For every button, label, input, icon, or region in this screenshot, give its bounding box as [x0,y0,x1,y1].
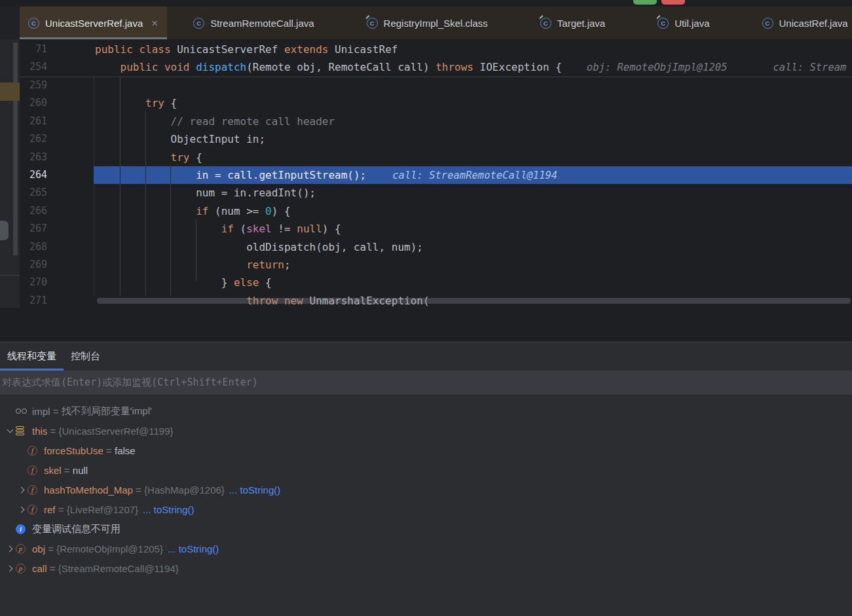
code-text: // read remote call header [95,113,335,130]
equals-sign: = [47,563,58,574]
rail-scroll-thumb[interactable] [0,221,9,240]
evaluate-expression-placeholder: 对表达式求值(Enter)或添加监视(Ctrl+Shift+Enter) [2,376,258,389]
close-icon[interactable]: × [151,18,158,29]
class-icon: C [28,18,39,29]
debugger-tab-label: 线程和变量 [7,350,56,363]
debugger-panel: 线程和变量控制台 对表达式求值(Enter)或添加监视(Ctrl+Shift+E… [0,342,852,616]
code-line[interactable]: 266 if (num >= 0) { [20,202,852,220]
line-number[interactable]: 261 [24,113,47,130]
line-number[interactable]: 260 [24,94,47,112]
tostring-link[interactable]: ... toString() [168,543,219,554]
variable-icon-slot: f [28,444,42,456]
readonly-badge-icon [656,14,660,18]
code-token: throws [435,61,473,73]
editor-tab[interactable]: CUtil.java [631,7,735,39]
equals-sign: = [56,504,67,515]
line-number[interactable]: 259 [24,77,47,94]
rail-highlight-marker [0,82,20,101]
variable-row[interactable]: impl = 找不到局部变量'impl' [0,401,852,421]
variable-value: {HashMap@1206} [144,484,225,496]
debugger-tab[interactable]: 控制台 [64,342,107,371]
line-number[interactable]: 254 [24,58,47,76]
variable-name: call [32,563,47,574]
code-line[interactable]: 263 try { [20,149,852,166]
editor-tab[interactable]: CUnicastRef.java [736,7,852,39]
code-token: (num >= [208,205,265,217]
editor-tab-label: UnicastServerRef.java [45,18,143,29]
line-number[interactable]: 262 [24,130,47,148]
debugger-tab-label: 控制台 [71,350,100,363]
code-line[interactable]: 270 } else { [20,274,852,291]
equals-sign: = [47,426,58,437]
code-line[interactable]: 264 in = call.getInputStream();call: Str… [20,166,852,184]
code-line[interactable]: 265 num = in.readInt(); [20,184,852,202]
rail-scrollbar[interactable] [13,43,18,255]
code-editor[interactable]: 71public class UnicastServerRef extends … [20,39,852,308]
expand-toggle[interactable] [4,562,16,574]
code-line[interactable]: 269 return; [20,256,852,274]
expand-toggle[interactable] [4,543,16,554]
variable-icon-slot: p [16,562,30,574]
variable-row[interactable]: i变量调试信息不可用 [0,519,852,539]
editor-tab[interactable]: CStreamRemoteCall.java [167,7,340,39]
variable-icon-slot: i [16,523,30,535]
code-token: UnicastRef [328,43,398,56]
line-number[interactable]: 270 [24,274,47,291]
code-line[interactable]: 259 [20,77,852,94]
variable-name: impl [32,406,50,417]
chevron-right-icon [18,486,24,493]
debugger-tab[interactable]: 线程和变量 [0,342,64,371]
code-line[interactable]: 267 if (skel != null) { [20,220,852,238]
line-number[interactable]: 264 [24,166,47,184]
parameter-icon: p [16,564,26,573]
chevron-right-icon [6,545,12,552]
variable-value: {RemoteObjImpl@1205} [56,543,163,554]
line-number[interactable]: 266 [24,202,47,220]
run-button[interactable] [633,0,657,5]
line-number[interactable]: 269 [24,256,47,274]
variables-tree: impl = 找不到局部变量'impl'this = {UnicastServe… [0,395,852,578]
variable-row[interactable]: pobj = {RemoteObjImpl@1205}... toString(… [0,539,852,558]
code-line[interactable]: 254 public void dispatch(Remote obj, Rem… [20,58,852,76]
chevron-down-icon [7,427,13,433]
code-token: return [95,259,284,271]
indent-guide [145,111,146,296]
code-line[interactable]: 261 // read remote call header [20,113,852,130]
expand-toggle[interactable] [16,484,28,496]
variable-row[interactable]: this = {UnicastServerRef@1199} [0,421,852,441]
variable-row[interactable]: fskel = null [0,460,852,480]
code-line[interactable]: 268 oldDispatch(obj, call, num); [20,238,852,256]
line-number[interactable]: 265 [24,184,47,202]
tostring-link[interactable]: ... toString() [229,484,280,496]
editor-tab[interactable]: CUnicastServerRef.java× [20,7,167,39]
variable-row[interactable]: fhashToMethod_Map = {HashMap@1206}... to… [0,480,852,499]
evaluate-expression-input[interactable]: 对表达式求值(Enter)或添加监视(Ctrl+Shift+Enter) [0,371,852,395]
variable-row[interactable]: fref = {LiveRef@1207}... toString() [0,499,852,519]
variable-row[interactable]: pcall = {StreamRemoteCall@1194} [0,558,852,578]
editor-tab[interactable]: CRegistryImpl_Skel.class [341,7,514,39]
stop-button[interactable] [661,0,685,5]
expand-toggle[interactable] [16,503,28,515]
horizontal-scrollbar[interactable] [97,298,851,304]
code-token: ) { [272,205,291,217]
equals-sign: = [133,484,144,496]
line-number[interactable]: 268 [24,238,47,256]
line-number[interactable]: 271 [24,292,47,308]
line-number[interactable]: 71 [24,41,47,58]
code-line[interactable]: 71public class UnicastServerRef extends … [20,41,852,58]
code-line[interactable]: 262 ObjectInput in; [20,130,852,148]
variable-row[interactable]: fforceStubUse = false [0,441,852,460]
editor-tab[interactable]: CTarget.java [514,7,631,39]
line-number[interactable]: 267 [24,220,47,238]
tostring-link[interactable]: ... toString() [143,504,194,515]
class-icon: C [658,18,669,29]
equals-sign: = [103,445,115,456]
line-number[interactable]: 263 [24,149,47,166]
variable-value: {StreamRemoteCall@1194} [58,563,179,574]
variable-icon-slot [16,425,30,437]
inline-debugger-hint: call: Stream [773,62,846,73]
code-text: try { [95,94,177,112]
expand-toggle[interactable] [4,425,16,437]
field-icon: f [28,505,37,515]
code-line[interactable]: 260 try { [20,94,852,112]
